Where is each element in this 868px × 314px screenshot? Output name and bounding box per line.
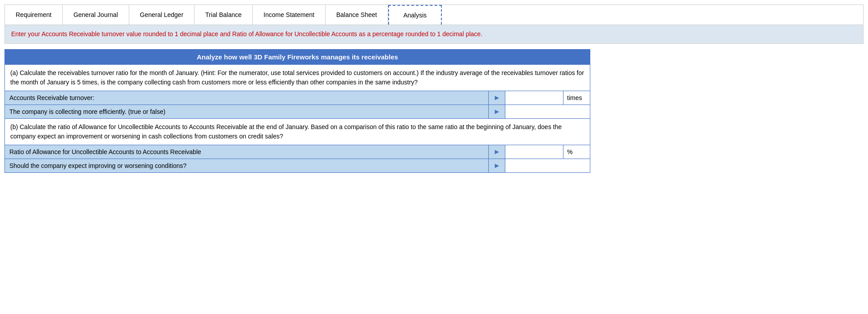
ar-turnover-unit: times [563, 91, 590, 105]
improving-worsening-input[interactable] [505, 159, 590, 172]
allowance-ratio-arrow: ► [489, 145, 505, 159]
collecting-efficiently-row: The company is collecting more efficient… [5, 105, 590, 119]
tab-general-journal[interactable]: General Journal [63, 5, 129, 25]
table-header-row: Analyze how well 3D Family Fireworks man… [5, 50, 590, 65]
tabs-container: Requirement General Journal General Ledg… [4, 4, 864, 25]
tab-balance-sheet[interactable]: Balance Sheet [326, 5, 388, 25]
collecting-efficiently-input-cell [505, 105, 590, 119]
tab-general-ledger[interactable]: General Ledger [129, 5, 195, 25]
allowance-ratio-label: Ratio of Allowance for Uncollectible Acc… [5, 145, 489, 159]
improving-worsening-arrow: ► [489, 159, 505, 173]
section-b-question-cell: (b) Calculate the ratio of Allowance for… [5, 119, 590, 145]
improving-worsening-label: Should the company expect improving or w… [5, 159, 489, 173]
allowance-ratio-input[interactable] [505, 146, 563, 158]
allowance-ratio-row: Ratio of Allowance for Uncollectible Acc… [5, 145, 590, 159]
section-a-question-row: (a) Calculate the receivables turnover r… [5, 65, 590, 91]
section-b-question-row: (b) Calculate the ratio of Allowance for… [5, 119, 590, 145]
collecting-efficiently-arrow: ► [489, 105, 505, 119]
table-header-cell: Analyze how well 3D Family Fireworks man… [5, 50, 590, 65]
ar-turnover-input-cell [505, 91, 563, 105]
improving-worsening-row: Should the company expect improving or w… [5, 159, 590, 173]
allowance-ratio-input-cell [505, 145, 563, 159]
tab-income-statement[interactable]: Income Statement [253, 5, 326, 25]
tab-trial-balance[interactable]: Trial Balance [195, 5, 253, 25]
instruction-box: Enter your Accounts Receivable turnover … [4, 25, 864, 44]
ar-turnover-row: Accounts Receivable turnover: ► times [5, 91, 590, 105]
ar-turnover-input[interactable] [505, 92, 563, 104]
ar-turnover-label: Accounts Receivable turnover: [5, 91, 489, 105]
ar-turnover-arrow: ► [489, 91, 505, 105]
tab-analysis[interactable]: Analysis [388, 5, 442, 25]
improving-worsening-input-cell [505, 159, 590, 173]
collecting-efficiently-input[interactable] [505, 105, 590, 118]
tab-requirement[interactable]: Requirement [5, 5, 63, 25]
section-a-question-cell: (a) Calculate the receivables turnover r… [5, 65, 590, 91]
allowance-ratio-unit: % [563, 145, 590, 159]
analysis-table: Analyze how well 3D Family Fireworks man… [4, 49, 590, 173]
collecting-efficiently-label: The company is collecting more efficient… [5, 105, 489, 119]
